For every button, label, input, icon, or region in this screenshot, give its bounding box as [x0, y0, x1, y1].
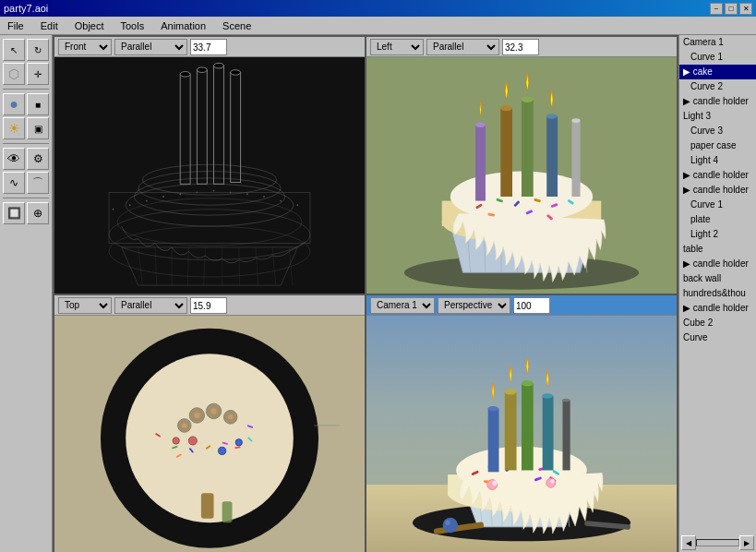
window-controls[interactable]: − □ ✕ [710, 3, 752, 15]
menu-item-object[interactable]: Object [71, 18, 108, 33]
scene-item-12[interactable]: plate [679, 212, 756, 227]
svg-point-14 [197, 67, 207, 72]
menu-item-tools[interactable]: Tools [117, 18, 149, 33]
vp2-view-select[interactable]: LeftFrontBackTopBottomRight [370, 39, 424, 55]
svg-point-124 [492, 481, 497, 486]
maximize-button[interactable]: □ [725, 3, 738, 15]
svg-point-132 [522, 380, 534, 386]
scene-item-11[interactable]: Curve 1 [679, 198, 756, 212]
svg-rect-98 [222, 502, 233, 523]
scene-item-1[interactable]: Curve 1 [679, 50, 756, 65]
svg-point-22 [196, 192, 198, 194]
scene-item-18[interactable]: ▶ candle holder [679, 301, 756, 316]
vp4-proj-select[interactable]: PerspectiveParallel [438, 297, 510, 314]
svg-rect-133 [543, 396, 554, 471]
close-button[interactable]: ✕ [739, 3, 752, 15]
vp1-proj-select[interactable]: ParallelPerspective [114, 39, 187, 55]
scene-item-20[interactable]: Curve [679, 330, 756, 345]
svg-rect-64 [500, 108, 512, 197]
cube-tool[interactable]: ■ [27, 93, 49, 115]
arrow-tool[interactable]: ↖ [3, 39, 25, 61]
scene-item-3[interactable]: Curve 2 [679, 79, 756, 94]
toolbar-row-3: ● ■ [3, 93, 49, 115]
svg-point-134 [542, 393, 553, 398]
magnet-tool[interactable]: ⊕ [27, 202, 49, 224]
scene-item-0[interactable]: Camera 1 [679, 35, 756, 50]
scene-tree: Camera 1Curve 1▶ cakeCurve 2▶ candle hol… [679, 35, 756, 534]
svg-point-126 [550, 479, 555, 484]
rotate-tool[interactable]: ↻ [27, 39, 49, 61]
vp2-scene [366, 57, 677, 294]
menu-item-scene[interactable]: Scene [219, 18, 255, 33]
scroll-right-arrow[interactable]: ▶ [739, 535, 754, 550]
svg-point-94 [173, 438, 179, 444]
vp3-proj-select[interactable]: ParallelPerspective [114, 297, 187, 314]
vp2-header: LeftFrontBackTopBottomRight ParallelPers… [366, 37, 677, 57]
vp3-view-select[interactable]: TopFrontBackBottomLeftRight [58, 297, 112, 314]
viewport-left[interactable]: LeftFrontBackTopBottomRight ParallelPers… [366, 37, 677, 294]
vp1-view-select[interactable]: FrontBackTopBottomLeftRight [58, 39, 112, 55]
svg-point-80 [194, 413, 199, 418]
vp3-scene [54, 316, 365, 552]
vp1-content[interactable] [54, 57, 365, 294]
config-tool[interactable]: ⚙ [27, 148, 49, 170]
menu-item-animation[interactable]: Animation [157, 18, 210, 33]
scene-item-17[interactable]: hundreds&thou [679, 286, 756, 301]
svg-rect-129 [505, 392, 517, 471]
vp1-value[interactable]: 33.7 [190, 39, 227, 55]
scene-item-16[interactable]: back wall [679, 271, 756, 286]
vp3-header: TopFrontBackBottomLeftRight ParallelPers… [54, 295, 365, 316]
scene-item-15[interactable]: ▶ candle holder [679, 257, 756, 271]
menu-item-file[interactable]: File [4, 18, 28, 33]
scene-item-14[interactable]: table [679, 242, 756, 257]
scene-item-5[interactable]: Light 3 [679, 109, 756, 124]
scene-item-7[interactable]: paper case [679, 138, 756, 153]
svg-point-63 [475, 122, 486, 126]
scene-item-9[interactable]: ▶ candle holder [679, 168, 756, 183]
viewport-front[interactable]: FrontBackTopBottomLeftRight ParallelPers… [54, 37, 365, 294]
svg-point-65 [500, 105, 512, 111]
bezier-tool[interactable]: ⌒ [27, 172, 49, 194]
svg-point-136 [562, 399, 570, 402]
vp3-content[interactable] [54, 316, 365, 552]
svg-point-27 [280, 200, 282, 202]
viewport-camera[interactable]: Camera 1Camera 2 PerspectiveParallel 100 [366, 295, 677, 552]
sphere-tool[interactable]: ● [3, 93, 25, 115]
light-tool[interactable]: ☀ [3, 117, 25, 139]
svg-point-95 [235, 439, 242, 446]
vp4-value[interactable]: 100 [513, 297, 550, 314]
vp3-value[interactable]: 15.9 [190, 297, 227, 314]
camera-tool[interactable]: ▣ [27, 117, 49, 139]
svg-rect-135 [562, 401, 570, 471]
move-tool[interactable]: ✛ [27, 63, 49, 85]
menu-item-edit[interactable]: Edit [37, 18, 62, 33]
title-bar: party7.aoi − □ ✕ [0, 0, 756, 17]
svg-point-128 [487, 406, 498, 411]
svg-rect-131 [522, 383, 534, 470]
vp2-value[interactable]: 32.3 [502, 39, 539, 55]
eye-tool[interactable]: 👁 [3, 148, 25, 170]
svg-rect-61 [475, 125, 486, 200]
snap-tool[interactable]: 🔲 [3, 202, 25, 224]
scene-item-2[interactable]: ▶ cake [679, 65, 756, 79]
svg-rect-68 [546, 116, 558, 197]
vp2-content[interactable] [366, 57, 677, 294]
curve-tool[interactable]: ∿ [3, 172, 25, 194]
scene-item-10[interactable]: ▶ candle holder [679, 183, 756, 198]
scroll-left-arrow[interactable]: ◀ [681, 535, 696, 550]
scale-tool[interactable]: ⬡ [3, 63, 25, 85]
svg-point-13 [180, 72, 190, 77]
scene-item-13[interactable]: Light 2 [679, 227, 756, 242]
scene-item-19[interactable]: Cube 2 [679, 316, 756, 330]
minimize-button[interactable]: − [710, 3, 723, 15]
scene-item-4[interactable]: ▶ candle holder [679, 94, 756, 109]
vp4-view-select[interactable]: Camera 1Camera 2 [370, 297, 435, 314]
vp2-proj-select[interactable]: ParallelPerspective [426, 39, 499, 55]
viewport-grid: FrontBackTopBottomLeftRight ParallelPers… [53, 35, 678, 552]
toolbar-divider-1 [3, 89, 49, 90]
vp4-content[interactable] [366, 316, 677, 552]
scene-item-6[interactable]: Curve 3 [679, 124, 756, 138]
viewport-top[interactable]: TopFrontBackBottomLeftRight ParallelPers… [54, 295, 365, 552]
scene-item-8[interactable]: Light 4 [679, 153, 756, 168]
svg-point-125 [546, 478, 556, 487]
